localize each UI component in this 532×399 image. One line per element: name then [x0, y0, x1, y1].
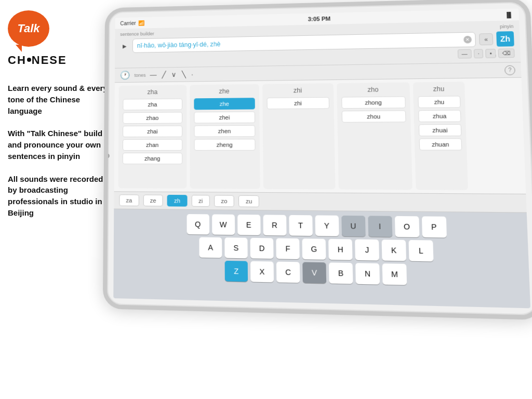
feature-text-2: With "Talk Chinese" build and pronounce …	[8, 128, 112, 162]
key-l[interactable]: L	[408, 240, 433, 261]
syllable-btn-zhe[interactable]: zhe	[194, 98, 255, 110]
ipad-screen: Carrier 📶 3:05 PM ▐▌ sentence builder pi…	[113, 8, 530, 308]
syllable-btn-zhan[interactable]: zhan	[123, 139, 182, 151]
carrier-label: Carrier	[120, 20, 136, 26]
keyboard-area: Q W E R T Y U I O P A S	[113, 209, 530, 309]
syllables-area: zha zha zhao zhai zhan zhang zhe zhe zhe…	[114, 78, 526, 194]
key-j[interactable]: J	[355, 240, 379, 261]
syllable-btn-zha[interactable]: zha	[123, 99, 182, 111]
syllable-btn-zhong[interactable]: zhong	[341, 96, 406, 109]
speech-bubble: Talk	[8, 10, 49, 47]
ipad-wrapper: Carrier 📶 3:05 PM ▐▌ sentence builder pi…	[104, 5, 530, 395]
tone-1[interactable]: —	[150, 71, 157, 79]
syllable-btn-zhua[interactable]: zhua	[418, 110, 461, 123]
help-button[interactable]: ?	[504, 65, 515, 75]
syllable-btn-zhu[interactable]: zhu	[418, 96, 460, 108]
syllable-btn-zhuai[interactable]: zhuai	[419, 124, 462, 136]
key-u[interactable]: U	[341, 216, 366, 237]
key-f[interactable]: F	[276, 238, 299, 259]
nav-za[interactable]: za	[119, 194, 139, 206]
app-screen: Carrier 📶 3:05 PM ▐▌ sentence builder pi…	[113, 8, 530, 308]
time-display: 3:05 PM	[308, 16, 330, 22]
feature-text-1: Learn every sound & every tone of the Ch…	[8, 83, 112, 116]
key-z[interactable]: Z	[225, 261, 248, 282]
key-e[interactable]: E	[237, 215, 261, 235]
key-g[interactable]: G	[302, 238, 326, 260]
nav-zu[interactable]: zu	[238, 195, 259, 207]
nav-ze[interactable]: ze	[143, 195, 163, 207]
tone-5[interactable]: ·	[191, 71, 193, 78]
wifi-icon: 📶	[138, 20, 144, 25]
dot-mid-btn[interactable]: ·	[473, 49, 483, 58]
syllable-btn-zhang[interactable]: zhang	[123, 153, 182, 164]
col-header-zhi: zhi	[267, 86, 329, 94]
key-a[interactable]: A	[199, 237, 222, 258]
pinyin-label: pinyin	[500, 24, 514, 30]
key-i[interactable]: I	[368, 216, 392, 237]
tone-3[interactable]: ∨	[171, 71, 177, 78]
pinyin-display: Zh	[496, 31, 514, 47]
syllable-col-zho: zho zhong zhou	[337, 82, 413, 190]
syllable-btn-zheng[interactable]: zheng	[194, 139, 256, 151]
syllable-btn-zhai[interactable]: zhai	[123, 126, 182, 137]
chevron-left-icon: «	[484, 36, 488, 43]
nav-zi[interactable]: zi	[192, 195, 210, 207]
syllable-btn-zhao[interactable]: zhao	[123, 112, 182, 124]
key-y[interactable]: Y	[315, 215, 339, 236]
brand-label: CHNESE	[8, 54, 67, 67]
syllable-col-zhe: zhe zhe zhei zhen zheng	[190, 84, 260, 189]
key-c[interactable]: C	[276, 262, 300, 283]
key-q[interactable]: Q	[187, 214, 209, 235]
key-x[interactable]: X	[250, 261, 274, 283]
sentence-text: nī·hāo, wō·jiào táng·yī·dé, zhè	[137, 41, 221, 49]
nav-zh[interactable]: zh	[167, 195, 188, 207]
key-n[interactable]: N	[355, 263, 380, 285]
sentence-builder-label: sentence builder	[120, 31, 154, 37]
syllable-btn-zhi[interactable]: zhi	[267, 97, 330, 109]
keyboard-row-1: Q W E R T Y U I O P	[117, 214, 524, 239]
key-d[interactable]: D	[250, 238, 274, 259]
key-m[interactable]: M	[382, 263, 407, 285]
key-t[interactable]: T	[289, 215, 313, 236]
sentence-builder-area: sentence builder pinyin ▶ nī·hāo, wō·jià…	[115, 20, 521, 69]
col-header-zhu: zhu	[418, 85, 460, 93]
feature-text-3: All sounds were recorded by broadcasting…	[8, 174, 112, 219]
backspace-btn[interactable]: ⌫	[498, 48, 515, 58]
key-o[interactable]: O	[394, 216, 419, 237]
tones-label: tones	[135, 72, 146, 77]
syllable-btn-zhuan[interactable]: zhuan	[419, 138, 462, 150]
ipad-device: Carrier 📶 3:05 PM ▐▌ sentence builder pi…	[103, 0, 532, 320]
syllable-col-zhu: zhu zhu zhua zhuai zhuan	[413, 82, 468, 190]
key-h[interactable]: H	[328, 239, 352, 260]
key-w[interactable]: W	[212, 214, 235, 235]
clear-button[interactable]: ✕	[463, 36, 472, 44]
nav-zo[interactable]: zo	[214, 195, 234, 207]
keyboard-row-3: Z X C V B N M	[117, 259, 526, 287]
tone-symbols: — ╱ ∨ ╲ ·	[150, 71, 193, 79]
side-button	[105, 154, 110, 158]
tone-4[interactable]: ╲	[182, 71, 186, 78]
syllable-col-zha: zha zha zhao zhai zhan zhang	[118, 85, 187, 189]
tone-2[interactable]: ╱	[162, 71, 166, 78]
key-p[interactable]: P	[421, 216, 446, 237]
bubble-text: Talk	[17, 22, 39, 35]
key-b[interactable]: B	[329, 262, 353, 284]
key-v[interactable]: V	[302, 262, 326, 283]
syllable-btn-zhei[interactable]: zhei	[194, 111, 255, 123]
key-k[interactable]: K	[382, 240, 406, 261]
status-left: Carrier 📶	[120, 20, 144, 26]
syllable-btn-zhou[interactable]: zhou	[342, 110, 406, 123]
history-icon[interactable]: 🕐	[120, 70, 130, 80]
keyboard-row-2: A S D F G H J K L	[117, 236, 525, 263]
dot-hi-btn[interactable]: •	[486, 49, 496, 58]
dash-btn[interactable]: —	[457, 49, 471, 59]
left-panel: Talk CHNESE Learn every sound & every to…	[0, 0, 119, 399]
key-r[interactable]: R	[263, 215, 286, 235]
key-s[interactable]: S	[224, 237, 247, 258]
col-header-zhe: zhe	[194, 87, 255, 95]
chevron-left-button[interactable]: «	[479, 33, 494, 45]
col-header-zho: zho	[341, 86, 405, 94]
syllable-btn-zhen[interactable]: zhen	[194, 125, 255, 137]
logo-area: Talk CHNESE	[8, 10, 112, 67]
play-button[interactable]: ▶	[120, 41, 129, 50]
